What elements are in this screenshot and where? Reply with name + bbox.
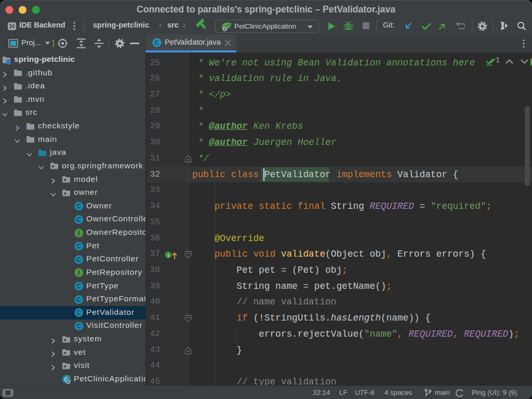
svg-text:C: C bbox=[76, 309, 81, 316]
svg-text:C: C bbox=[155, 39, 159, 46]
svg-text:C: C bbox=[76, 256, 81, 263]
svg-text:C: C bbox=[76, 203, 81, 210]
svg-text:C: C bbox=[76, 323, 81, 330]
svg-text:C: C bbox=[76, 296, 81, 303]
svg-text:C: C bbox=[76, 243, 81, 250]
svg-text:C: C bbox=[76, 216, 81, 223]
svg-text:I: I bbox=[78, 269, 79, 276]
svg-text:I: I bbox=[78, 230, 79, 237]
svg-text:C: C bbox=[76, 283, 81, 290]
